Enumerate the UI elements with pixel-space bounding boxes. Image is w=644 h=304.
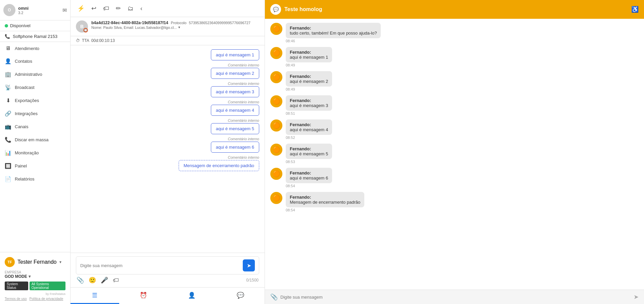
system-status-badge[interactable]: System Status: [5, 282, 28, 290]
sidebar-item-label: Relatórios: [15, 176, 35, 182]
sidebar-item-relatorios[interactable]: 📄 Relatórios: [0, 172, 70, 186]
tab-list[interactable]: ☰: [71, 288, 119, 304]
chat-time: 08:54: [286, 184, 332, 188]
chat-sender: Fernando:: [290, 146, 328, 151]
tag-icon[interactable]: 🏷: [113, 277, 119, 284]
message-row: Comentário interno Mensagem de encerrame…: [76, 155, 259, 171]
microphone-icon[interactable]: 🎤: [101, 276, 108, 284]
message-bubble[interactable]: aqui é mensagem 2: [211, 68, 259, 79]
expand-icon[interactable]: ▾: [178, 25, 180, 30]
right-message-input[interactable]: [280, 295, 631, 300]
right-messages: 🟠 Fernando: tudo certo, também! Em que p…: [265, 19, 644, 290]
refresh-icon[interactable]: ↩: [90, 3, 98, 13]
sidebar-item-label: Integrações: [15, 111, 38, 116]
status-dot: [5, 24, 8, 28]
chat-text: aqui é mensagem 4: [290, 127, 328, 132]
chat-text: aqui é mensagem 2: [290, 79, 328, 84]
sidebar-item-canais[interactable]: 📺 Canais: [0, 120, 70, 133]
sidebar-item-administrativo[interactable]: 🏢 Administrativo: [0, 68, 70, 81]
edit-icon[interactable]: ✏: [114, 3, 122, 13]
message-bubble[interactable]: aqui é mensagem 5: [211, 123, 259, 134]
chat-bubble: Fernando: aqui é mensagem 4: [286, 119, 332, 135]
softphone-label: Softphone Ramal 2153: [13, 34, 57, 39]
chat-bubble-wrap: Fernando: Mensagem de encerramento padrã…: [286, 192, 364, 212]
chat-bubble: Fernando: aqui é mensagem 5: [286, 144, 332, 159]
tab-contact[interactable]: 👤: [168, 288, 216, 304]
message-bubble[interactable]: aqui é mensagem 3: [211, 86, 259, 97]
tag-icon[interactable]: 🏷: [102, 4, 110, 13]
chat-text: aqui é mensagem 3: [290, 103, 328, 108]
relatorios-icon: 📄: [5, 176, 11, 182]
message-bubble[interactable]: aqui é mensagem 6: [211, 142, 259, 153]
chat-bubble: Fernando: Mensagem de encerramento padrã…: [286, 192, 364, 207]
softphone-item[interactable]: 📞 Softphone Ramal 2153: [0, 31, 70, 42]
sidebar-item-integracoes[interactable]: 🔗 Integrações: [0, 107, 70, 120]
canais-icon: 📺: [5, 123, 11, 130]
avatar-badge: 💬: [83, 28, 88, 33]
chat-avatar: 🟠: [270, 71, 282, 83]
avatar-letter: B: [80, 24, 84, 29]
chat-avatar: 🟠: [270, 144, 282, 156]
right-send-icon[interactable]: ➤: [634, 293, 639, 301]
closing-message-bubble[interactable]: Mensagem de encerramento padrão: [179, 160, 259, 171]
chat-avatar: 🟠: [270, 95, 282, 107]
discar-icon: 📞: [5, 137, 11, 143]
sidebar-item-label: Contatos: [15, 59, 32, 64]
emoji-icon[interactable]: 🙂: [89, 276, 96, 284]
accessibility-icon[interactable]: ♿: [631, 6, 639, 13]
status-bar: System Status All Systems Operational: [3, 279, 67, 292]
conversation-contact: Nome: Paulo Silva, Email: Lucas.Salvador…: [91, 26, 177, 30]
message-input[interactable]: [80, 263, 240, 268]
chat-bubble: Fernando: aqui é mensagem 3: [286, 95, 332, 111]
lightning-icon[interactable]: ⚡: [76, 3, 86, 13]
chat-message: 🟠 Fernando: Mensagem de encerramento pad…: [270, 192, 639, 212]
right-attachment-icon[interactable]: 📎: [270, 293, 278, 301]
send-button[interactable]: ➤: [243, 259, 255, 271]
avatar: O: [3, 4, 15, 16]
availability-status[interactable]: Disponível: [0, 20, 70, 31]
back-icon[interactable]: ‹: [139, 4, 144, 13]
message-row: Comentário interno aqui é mensagem 6: [76, 137, 259, 153]
painel-icon: 🔲: [5, 163, 11, 169]
freshstatus-label: by Freshstatus: [3, 292, 67, 296]
folder-icon[interactable]: 🗂: [126, 4, 135, 13]
sidebar: O omni 3.2 ✉ Disponível 📞 Softphone Rama…: [0, 0, 71, 304]
sidebar-item-monitoracao[interactable]: 📊 Monitoração: [0, 146, 70, 159]
footer-user-row[interactable]: TF Tester Fernando ▾: [3, 255, 67, 269]
sidebar-item-label: Exportações: [15, 98, 39, 103]
tab-clock[interactable]: ⏰: [119, 288, 168, 304]
internal-label: Comentário interno: [228, 63, 259, 67]
message-row: Comentário interno aqui é mensagem 4: [76, 100, 259, 116]
privacy-link[interactable]: Política de privacidade: [30, 297, 63, 301]
tab-chat[interactable]: 💬: [216, 288, 265, 304]
right-panel-header: 💬 Teste homolog ♿: [265, 0, 644, 19]
message-bubble[interactable]: aqui é mensagem 1: [211, 49, 259, 60]
sidebar-item-discar-em-massa[interactable]: 📞 Discar em massa: [0, 133, 70, 146]
broadcast-icon: 📡: [5, 84, 11, 91]
sidebar-item-exportacoes[interactable]: ⬇ Exportações: [0, 94, 70, 107]
bottom-tabs: ☰ ⏰ 👤 💬: [71, 287, 265, 304]
message-row: Comentário interno aqui é mensagem 2: [76, 63, 259, 79]
terms-link[interactable]: Termos de uso: [5, 297, 27, 301]
chat-bubble: Fernando: aqui é mensagem 6: [286, 168, 332, 183]
chat-bubble-wrap: Fernando: tudo certo, também! Em que pos…: [286, 23, 381, 43]
exportacoes-icon: ⬇: [5, 97, 11, 104]
attachment-icon[interactable]: 📎: [77, 276, 84, 284]
all-systems-badge[interactable]: All Systems Operational: [30, 282, 65, 290]
chat-time: 08:46: [286, 39, 381, 43]
internal-label: Comentário interno: [228, 118, 259, 122]
sidebar-item-atendimento[interactable]: 🖥 Atendimento: [0, 42, 70, 55]
atendimento-icon: 🖥: [5, 45, 11, 51]
sidebar-item-label: Canais: [15, 124, 28, 129]
chat-avatar: 🟠: [270, 47, 282, 59]
sidebar-item-painel[interactable]: 🔲 Painel: [0, 159, 70, 172]
sidebar-item-label: Discar em massa: [15, 137, 48, 142]
sidebar-item-broadcast[interactable]: 📡 Broadcast: [0, 81, 70, 94]
contact-icon: 👤: [188, 292, 195, 299]
input-area: ➤ 📎 🙂 🎤 🏷 0/1500: [71, 253, 265, 287]
chat-sender: Fernando:: [290, 74, 328, 79]
compose-icon[interactable]: ✉: [62, 7, 67, 13]
message-bubble[interactable]: aqui é mensagem 4: [211, 105, 259, 116]
sidebar-item-contatos[interactable]: 👤 Contatos: [0, 55, 70, 68]
chat-sender: Fernando:: [290, 122, 328, 127]
